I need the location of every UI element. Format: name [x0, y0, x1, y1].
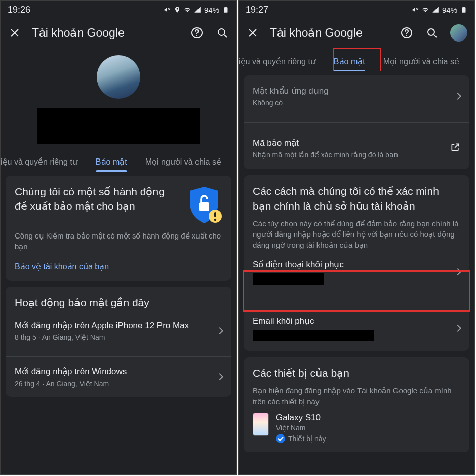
device-thumbnail-icon: [253, 413, 269, 436]
mute-icon: [412, 6, 419, 13]
svg-line-24: [434, 35, 437, 37]
help-icon: [401, 27, 413, 39]
chevron-right-icon: [216, 373, 223, 380]
svg-line-10: [224, 35, 227, 37]
card-title: Các thiết bị của bạn: [253, 366, 460, 380]
shield-alert-icon: [186, 185, 222, 225]
verify-ownership-card: Các cách mà chúng tôi có thể xác minh bạ…: [244, 175, 469, 351]
device-row[interactable]: Galaxy S10 Việt Nam Thiết bị này: [253, 407, 460, 443]
chevron-right-icon: [454, 93, 461, 100]
wifi-icon: [422, 6, 429, 13]
redacted-email: [253, 330, 374, 341]
svg-rect-13: [214, 212, 216, 217]
svg-point-14: [214, 219, 216, 221]
svg-point-22: [406, 35, 407, 36]
recent-activity-card: Hoạt động bảo mật gần đây Mới đăng nhập …: [6, 287, 231, 397]
tab-people-sharing[interactable]: Mọi người và chia sẻ: [374, 52, 468, 71]
signal-icon: [432, 6, 439, 13]
battery-icon: [222, 6, 229, 13]
wifi-icon: [184, 6, 191, 13]
row-sub: Nhận mã một lần để xác minh rằng đó là b…: [253, 151, 450, 159]
location-icon: [174, 6, 181, 13]
protect-account-link[interactable]: Bảo vệ tài khoản của bạn: [15, 262, 222, 271]
row-label: Mã bảo mật: [253, 138, 450, 149]
card-subtitle: Các tùy chọn này có thể dùng để đảm bảo …: [253, 218, 460, 250]
app-bar: Tài khoản Google: [1, 18, 236, 48]
search-button[interactable]: [425, 26, 439, 40]
row-value: Không có: [253, 99, 450, 107]
checkmark-icon: [276, 434, 285, 443]
chevron-right-icon: [454, 268, 461, 275]
recovery-phone-row[interactable]: Số điện thoại khôi phục: [253, 252, 460, 292]
close-icon: [247, 27, 259, 39]
this-device-label: Thiết bị này: [288, 434, 326, 443]
signin-options-card: Mật khẩu ứng dụng Không có Mã bảo mật Nh…: [244, 75, 469, 169]
chevron-right-icon: [216, 327, 223, 334]
activity-meta: 8 thg 5 · An Giang, Việt Nam: [15, 333, 212, 341]
security-code-row[interactable]: Mã bảo mật Nhận mã một lần để xác minh r…: [253, 131, 460, 166]
svg-rect-4: [225, 7, 227, 8]
card-title: Các cách mà chúng tôi có thể xác minh bạ…: [253, 184, 460, 213]
status-time: 19:27: [246, 5, 268, 15]
row-label: Email khôi phục: [253, 315, 450, 327]
avatar[interactable]: [97, 55, 140, 99]
help-button[interactable]: [190, 26, 204, 40]
close-button[interactable]: [8, 26, 22, 40]
tab-people-sharing[interactable]: Mọi người và chia sẻ: [136, 152, 230, 172]
help-button[interactable]: [400, 26, 414, 40]
card-subtitle: Bạn hiện đang đăng nhập vào Tài khoản Go…: [253, 385, 460, 407]
activity-title: Mới đăng nhập trên Apple iPhone 12 Pro M…: [15, 320, 212, 331]
tab-bar: iệu và quyền riêng tư Bảo mật Mọi người …: [1, 148, 236, 172]
phone-left: 19:26 94% Tài khoản Google: [0, 0, 237, 475]
your-devices-card: Các thiết bị của bạn Bạn hiện đang đăng …: [244, 357, 469, 452]
battery-icon: [460, 6, 467, 13]
close-icon: [9, 27, 21, 39]
device-location: Việt Nam: [276, 424, 326, 432]
open-external-icon: [450, 142, 460, 154]
chevron-right-icon: [454, 325, 461, 332]
activity-row[interactable]: Mới đăng nhập trên Windows 26 thg 4 · An…: [15, 365, 222, 394]
status-battery-pct: 94%: [204, 6, 219, 14]
activity-meta: 26 thg 4 · An Giang, Việt Nam: [15, 380, 212, 388]
close-button[interactable]: [246, 26, 260, 40]
tab-bar: iệu và quyền riêng tư Bảo mật Mọi người …: [239, 48, 474, 71]
search-button[interactable]: [215, 26, 229, 40]
redacted-phone: [253, 273, 324, 285]
row-label: Mật khẩu ứng dụng: [253, 86, 450, 97]
activity-row[interactable]: Mới đăng nhập trên Apple iPhone 12 Pro M…: [15, 313, 222, 348]
status-indicators: 94%: [164, 6, 229, 14]
status-bar: 19:27 94%: [239, 1, 474, 18]
tab-data-privacy[interactable]: iệu và quyền riêng tư: [239, 52, 325, 71]
tab-data-privacy[interactable]: iệu và quyền riêng tư: [1, 152, 87, 172]
app-bar: Tài khoản Google: [239, 18, 474, 48]
row-label: Số điện thoại khôi phục: [253, 259, 450, 270]
redacted-name: [37, 108, 200, 144]
mute-icon: [164, 6, 171, 13]
status-bar: 19:26 94%: [1, 1, 236, 18]
svg-rect-11: [199, 202, 209, 211]
page-title: Tài khoản Google: [32, 26, 190, 40]
svg-rect-3: [224, 7, 228, 12]
app-passwords-row[interactable]: Mật khẩu ứng dụng Không có: [253, 78, 460, 114]
search-icon: [216, 27, 228, 39]
card-title: Hoạt động bảo mật gần đây: [15, 296, 222, 310]
tab-security[interactable]: Bảo mật: [325, 52, 374, 71]
svg-point-23: [428, 29, 434, 35]
security-recommendation-card: Chúng tôi có một số hành động đề xuất bả…: [6, 176, 231, 281]
signal-icon: [194, 6, 201, 13]
activity-title: Mới đăng nhập trên Windows: [15, 366, 212, 377]
status-time: 19:26: [8, 5, 30, 15]
status-battery-pct: 94%: [442, 6, 457, 14]
help-icon: [191, 27, 203, 39]
recovery-email-row[interactable]: Email khôi phục: [253, 308, 460, 348]
profile-section: [1, 48, 236, 148]
tab-security[interactable]: Bảo mật: [87, 152, 136, 172]
search-icon: [426, 27, 438, 39]
card-subtitle: Công cụ Kiểm tra bảo mật có một số hành …: [15, 230, 222, 252]
svg-point-8: [196, 35, 197, 36]
account-avatar[interactable]: [450, 24, 467, 42]
page-title: Tài khoản Google: [270, 26, 400, 40]
card-title: Chúng tôi có một số hành động đề xuất bả…: [15, 185, 179, 214]
status-indicators: 94%: [412, 6, 467, 14]
svg-rect-17: [462, 7, 466, 12]
